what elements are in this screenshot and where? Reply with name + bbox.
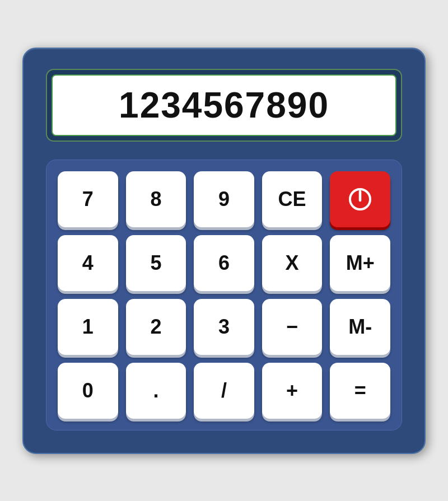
btn-9[interactable]: 9 (194, 171, 254, 227)
display-screen: 1234567890 (52, 74, 396, 136)
btn-plus[interactable]: + (262, 363, 323, 419)
calculator: 1234567890 789CE 456XM+123−M-0./+= (22, 48, 426, 454)
keypad: 789CE 456XM+123−M-0./+= (58, 171, 390, 419)
display-wrapper: 1234567890 (46, 69, 402, 142)
btn-x[interactable]: X (262, 235, 323, 291)
btn-1[interactable]: 1 (58, 299, 118, 355)
btn-7[interactable]: 7 (58, 171, 118, 227)
btn-div[interactable]: / (194, 363, 254, 419)
btn-equals[interactable]: = (330, 363, 390, 419)
btn-mminus[interactable]: M- (330, 299, 390, 355)
btn-6[interactable]: 6 (194, 235, 254, 291)
power-icon (347, 186, 374, 213)
btn-3[interactable]: 3 (194, 299, 254, 355)
btn-minus[interactable]: − (262, 299, 323, 355)
display-value: 1234567890 (119, 85, 329, 126)
btn-0[interactable]: 0 (58, 363, 118, 419)
btn-ce[interactable]: CE (262, 171, 323, 227)
btn-8[interactable]: 8 (126, 171, 186, 227)
btn-mplus[interactable]: M+ (330, 235, 390, 291)
btn-dot[interactable]: . (126, 363, 186, 419)
btn-5[interactable]: 5 (126, 235, 186, 291)
btn-power[interactable] (330, 171, 390, 227)
btn-4[interactable]: 4 (58, 235, 118, 291)
btn-2[interactable]: 2 (126, 299, 186, 355)
keypad-wrapper: 789CE 456XM+123−M-0./+= (46, 160, 402, 430)
